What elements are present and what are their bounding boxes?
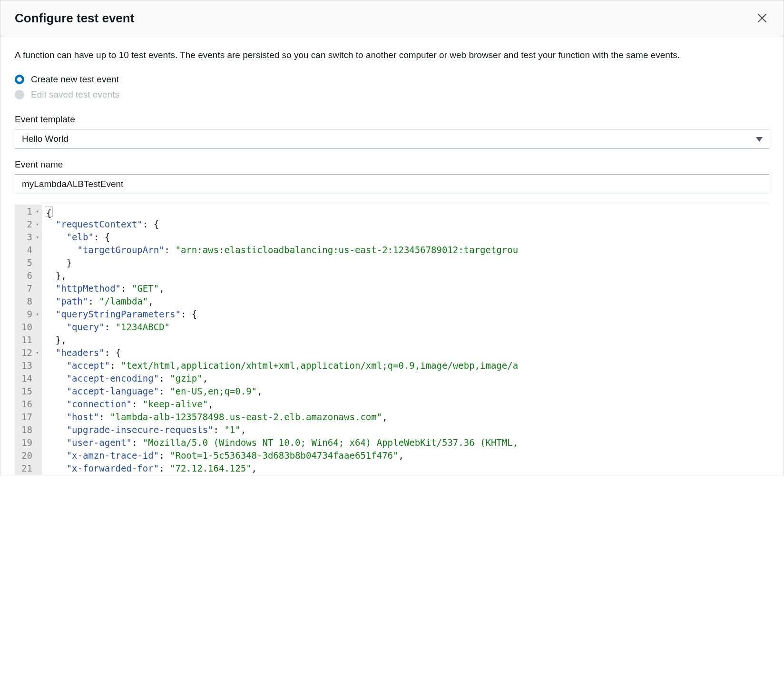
- close-button[interactable]: [754, 10, 770, 26]
- radio-label: Edit saved test events: [31, 89, 119, 100]
- gutter-line: 21: [21, 462, 39, 475]
- gutter-line: 2▾: [21, 218, 39, 231]
- radio-icon: [15, 75, 24, 84]
- code-line[interactable]: "host": "lambda-alb-123578498.us-east-2.…: [45, 411, 769, 423]
- code-line[interactable]: "httpMethod": "GET",: [45, 282, 769, 295]
- gutter-line: 10: [21, 321, 39, 334]
- gutter-line: 1▾: [21, 205, 39, 218]
- fold-toggle-icon[interactable]: ▾: [34, 308, 39, 321]
- radio-icon: [15, 90, 24, 99]
- gutter-line: 11: [21, 334, 39, 346]
- event-template-value: Hello World: [15, 129, 769, 149]
- gutter-line: 16: [21, 398, 39, 411]
- code-line[interactable]: "requestContext": {: [45, 218, 769, 231]
- fold-toggle-icon[interactable]: ▾: [34, 205, 39, 218]
- code-line[interactable]: "path": "/lambda",: [45, 295, 769, 308]
- gutter-line: 15: [21, 385, 39, 398]
- gutter-line: 9▾: [21, 308, 39, 321]
- fold-toggle-icon[interactable]: ▾: [34, 218, 39, 231]
- event-mode-radio-group: Create new test event Edit saved test ev…: [15, 74, 769, 100]
- gutter-line: 18: [21, 423, 39, 436]
- code-line[interactable]: "accept": "text/html,application/xhtml+x…: [45, 359, 769, 372]
- code-line[interactable]: "elb": {: [45, 231, 769, 244]
- gutter-line: 3▾: [21, 231, 39, 244]
- gutter-line: 12▾: [21, 346, 39, 359]
- modal-body: A function can have up to 10 test events…: [0, 37, 784, 475]
- event-name-input[interactable]: [15, 174, 769, 194]
- radio-label: Create new test event: [31, 74, 119, 85]
- code-line[interactable]: "headers": {: [45, 346, 769, 359]
- gutter-line: 4: [21, 244, 39, 256]
- code-line[interactable]: "query": "1234ABCD": [45, 321, 769, 334]
- gutter-line: 7: [21, 282, 39, 295]
- gutter-line: 6: [21, 269, 39, 282]
- fold-toggle-icon[interactable]: ▾: [34, 346, 39, 359]
- event-template-field: Event template Hello World: [15, 114, 769, 149]
- radio-create-new[interactable]: Create new test event: [15, 74, 769, 85]
- active-line-marker: {: [45, 207, 53, 217]
- modal-description: A function can have up to 10 test events…: [15, 49, 769, 62]
- code-line[interactable]: "x-amzn-trace-id": "Root=1-5c536348-3d68…: [45, 449, 769, 462]
- event-name-field: Event name: [15, 159, 769, 194]
- code-line[interactable]: }: [45, 256, 769, 269]
- code-line[interactable]: "accept-language": "en-US,en;q=0.9",: [45, 385, 769, 398]
- gutter-line: 20: [21, 449, 39, 462]
- code-line[interactable]: "targetGroupArn": "arn:aws:elasticloadba…: [45, 244, 769, 256]
- fold-toggle-icon[interactable]: ▾: [34, 231, 39, 244]
- event-template-select[interactable]: Hello World: [15, 129, 769, 149]
- gutter-line: 5: [21, 256, 39, 269]
- code-line[interactable]: "connection": "keep-alive",: [45, 398, 769, 411]
- modal-title: Configure test event: [15, 11, 134, 26]
- code-line[interactable]: {: [45, 205, 769, 218]
- event-template-label: Event template: [15, 114, 769, 125]
- editor-code[interactable]: { "requestContext": { "elb": { "targetGr…: [42, 205, 769, 475]
- code-line[interactable]: "upgrade-insecure-requests": "1",: [45, 423, 769, 436]
- code-line[interactable]: },: [45, 334, 769, 346]
- gutter-line: 13: [21, 359, 39, 372]
- code-line[interactable]: },: [45, 269, 769, 282]
- code-line[interactable]: "x-forwarded-for": "72.12.164.125",: [45, 462, 769, 475]
- editor-gutter: 1▾2▾3▾456789▾101112▾131415161718192021: [15, 205, 42, 475]
- configure-test-event-modal: Configure test event A function can have…: [0, 0, 784, 475]
- modal-header: Configure test event: [0, 0, 784, 37]
- code-line[interactable]: "queryStringParameters": {: [45, 308, 769, 321]
- radio-edit-saved: Edit saved test events: [15, 89, 769, 100]
- close-icon: [757, 13, 767, 23]
- code-line[interactable]: "accept-encoding": "gzip",: [45, 372, 769, 385]
- code-line[interactable]: "user-agent": "Mozilla/5.0 (Windows NT 1…: [45, 436, 769, 449]
- gutter-line: 14: [21, 372, 39, 385]
- gutter-line: 8: [21, 295, 39, 308]
- gutter-line: 19: [21, 436, 39, 449]
- event-name-label: Event name: [15, 159, 769, 170]
- gutter-line: 17: [21, 411, 39, 423]
- json-editor[interactable]: 1▾2▾3▾456789▾101112▾131415161718192021 {…: [15, 205, 769, 475]
